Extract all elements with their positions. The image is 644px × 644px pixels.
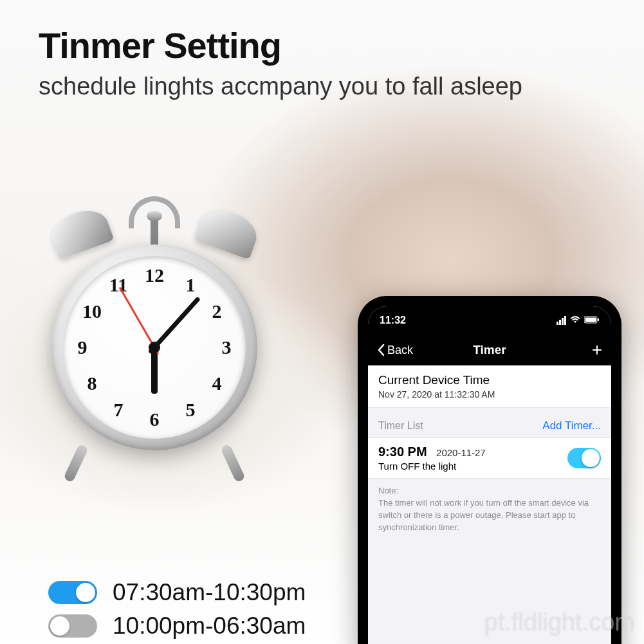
schedule-on-row: 07:30am-10:30pm: [48, 579, 306, 606]
schedule-off-range: 10:00pm-06:30am: [113, 612, 306, 639]
phone-notch: [432, 306, 547, 326]
timer-time: 9:30 PM: [378, 445, 427, 459]
timer-list-label: Timer List: [378, 420, 423, 432]
svg-rect-2: [598, 318, 599, 321]
timer-action: Turn OFF the light: [378, 461, 486, 472]
timer-note: Note: The timer will not work if you tur…: [368, 479, 611, 540]
clock-numeral: 3: [222, 336, 232, 358]
toggle-on-icon: [48, 581, 97, 604]
clock-numeral: 7: [114, 399, 124, 421]
clock-numeral: 12: [145, 264, 164, 286]
page-subtitle: schedule linghts accmpany you to fall as…: [39, 73, 522, 100]
schedule-legend: 07:30am-10:30pm 10:00pm-06:30am: [48, 579, 306, 639]
nav-bar: Back Timer +: [368, 335, 611, 365]
clock-bell-left-icon: [46, 203, 114, 259]
wifi-icon: [570, 315, 580, 326]
clock-numeral: 11: [109, 274, 127, 296]
timer-list-header: Timer List Add Timer...: [368, 408, 611, 437]
clock-numeral: 9: [78, 336, 87, 358]
clock-numeral: 6: [150, 409, 160, 430]
clock-numeral: 10: [82, 300, 102, 322]
clock-numeral: 4: [212, 373, 221, 394]
clock-numeral: 5: [186, 399, 196, 421]
schedule-on-range: 07:30am-10:30pm: [113, 579, 306, 606]
add-button[interactable]: +: [592, 340, 602, 360]
svg-rect-1: [585, 318, 596, 322]
current-time-card: Current Device Time Nov 27, 2020 at 11:3…: [368, 365, 611, 408]
back-label: Back: [387, 344, 413, 357]
nav-title: Timer: [473, 343, 506, 357]
chevron-left-icon: [377, 344, 385, 356]
clock-numeral: 2: [212, 300, 221, 322]
battery-icon: [584, 315, 600, 326]
clock-bell-right-icon: [194, 203, 262, 259]
clock-numeral: 8: [87, 373, 97, 394]
timer-date: 2020-11-27: [436, 447, 486, 458]
note-label: Note:: [378, 485, 601, 497]
schedule-off-row: 10:00pm-06:30am: [48, 612, 306, 639]
status-time: 11:32: [380, 315, 406, 326]
note-text: The timer will not work if you turn off …: [378, 497, 601, 534]
phone-mockup: 11:32 Back Timer + Current Device Time N…: [358, 296, 621, 644]
alarm-clock-illustration: 121234567891011: [39, 180, 270, 515]
current-time-value: Nov 27, 2020 at 11:32:30 AM: [378, 389, 601, 400]
page-title: Tinmer Setting: [39, 24, 522, 66]
timer-row[interactable]: 9:30 PM 2020-11-27 Turn OFF the light: [368, 437, 611, 479]
back-button[interactable]: Back: [377, 344, 413, 357]
signal-icon: [557, 316, 566, 325]
timer-toggle[interactable]: [567, 448, 601, 468]
add-timer-link[interactable]: Add Timer...: [542, 419, 601, 432]
heading-block: Tinmer Setting schedule linghts accmpany…: [39, 24, 522, 100]
clock-numeral: 1: [186, 274, 196, 296]
current-time-label: Current Device Time: [378, 373, 601, 387]
toggle-off-icon: [48, 614, 97, 638]
